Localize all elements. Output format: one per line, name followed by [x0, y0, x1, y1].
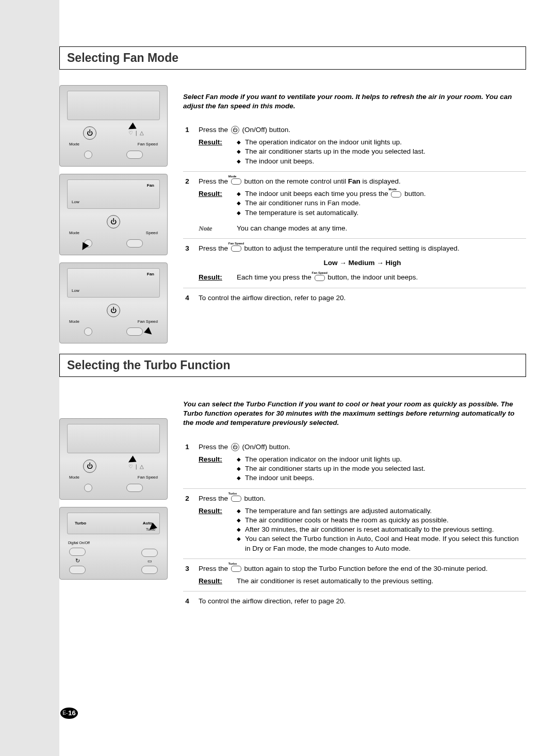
remote-illustration-5: TurboAuto Turbo Digital On/Off ↻ ▭ [59, 507, 168, 579]
screen-fan-label: Fan [147, 272, 154, 277]
mode-label: Mode [69, 231, 79, 236]
diamond-bullet-icon: ◆ [237, 455, 241, 464]
result-list: ◆The temperature and fan settings are ad… [237, 506, 526, 553]
mode-button [84, 484, 92, 492]
section-body-fan: ⏻♡ ❘ △ ModeFan Speed Fan Low ⏻ ModeSpeed… [59, 85, 526, 343]
instruction-column: Select Fan mode if you want to ventilate… [183, 85, 526, 343]
mode-button-icon: Mode [391, 191, 401, 198]
step-4: 4 To control the airflow direction, refe… [183, 288, 526, 308]
step-text: Press the ⏻ (On/Off) button. [199, 443, 290, 451]
step-text: Press the Turbo button. [199, 495, 266, 502]
result-list: ◆The operation indicator on the indoor u… [237, 138, 526, 166]
fanspeed-label: Fan Speed [138, 319, 158, 325]
step-number: 2 [183, 494, 191, 553]
result-list: ◆The operation indicator on the indoor u… [237, 455, 526, 483]
fanspeed-button [126, 151, 143, 159]
illustration-column: ⏻♡ ❘ △ ModeFan Speed TurboAuto Turbo Dig… [59, 392, 168, 611]
step-text: Press the Fan Speed button to adjust the… [199, 244, 460, 252]
power-icon: ⏻ [83, 126, 96, 140]
turbo-label: Turbo [75, 521, 86, 527]
page-sidebar [0, 0, 59, 756]
speed-label: Speed [146, 231, 158, 236]
step-3: 3 Press the Fan Speed button to adjust t… [183, 239, 526, 288]
result-text: Each time you press the Fan Speed button… [237, 273, 526, 282]
remote-screen [67, 424, 160, 453]
result-label: Result: [199, 506, 227, 553]
power-icon: ⏻ [107, 215, 120, 228]
diamond-bullet-icon: ◆ [237, 506, 241, 516]
step-3: 3 Press the Turbo button again to stop t… [183, 559, 526, 591]
power-icon: ⏻ [107, 304, 120, 317]
turbo-button-icon: Turbo [231, 496, 241, 502]
power-icon: ⏻ [231, 126, 239, 134]
step-number: 4 [183, 597, 191, 606]
step-2: 2 Press the Mode button on the remote co… [183, 172, 526, 239]
mode-button-icon: Mode [231, 178, 241, 185]
result-label: Result: [199, 189, 227, 218]
note-label: Note [199, 224, 227, 233]
mode-label: Mode [69, 475, 79, 481]
step-number: 1 [183, 125, 191, 166]
step-text: Press the Mode button on the remote cont… [199, 177, 401, 185]
remote-screen: Fan Low [67, 268, 160, 298]
section-intro: Select Fan mode if you want to ventilate… [183, 92, 526, 111]
remote-screen: TurboAuto Turbo [67, 513, 160, 534]
mode-label: Mode [69, 142, 79, 147]
diamond-bullet-icon: ◆ [237, 516, 241, 525]
screen-fan-label: Fan [147, 183, 154, 189]
diamond-bullet-icon: ◆ [237, 208, 241, 218]
remote-screen [67, 91, 160, 120]
page-number: E-16 [60, 708, 78, 719]
speed-button [126, 239, 143, 248]
result-text: The air conditioner is reset automatical… [237, 577, 526, 586]
section-header-fan-mode: Selecting Fan Mode [59, 46, 526, 70]
diamond-bullet-icon: ◆ [237, 525, 241, 534]
aux-button-2 [141, 566, 158, 574]
diamond-bullet-icon: ◆ [237, 464, 241, 473]
fanspeed-label: Fan Speed [138, 475, 158, 481]
aux-button-1 [141, 549, 158, 557]
step-2: 2 Press the Turbo button. Result: ◆The t… [183, 489, 526, 559]
section-body-turbo: ⏻♡ ❘ △ ModeFan Speed TurboAuto Turbo Dig… [59, 392, 526, 611]
section-title: Selecting Fan Mode [67, 50, 518, 66]
diamond-bullet-icon: ◆ [237, 473, 241, 483]
step-number: 2 [183, 177, 191, 233]
manual-page: Selecting Fan Mode ⏻♡ ❘ △ ModeFan Speed … [0, 0, 557, 756]
remote-illustration-1: ⏻♡ ❘ △ ModeFan Speed [59, 85, 168, 167]
step-number: 3 [183, 244, 191, 283]
power-icon: ⏻ [231, 443, 239, 451]
diamond-bullet-icon: ◆ [237, 534, 241, 544]
step-text: To control the airflow direction, refer … [199, 597, 346, 605]
fanspeed-button [126, 327, 143, 336]
instruction-column: You can select the Turbo Function if you… [183, 392, 526, 611]
fanspeed-button [126, 484, 143, 492]
remote-illustration-4: ⏻♡ ❘ △ ModeFan Speed [59, 418, 168, 500]
result-label: Result: [199, 138, 227, 166]
step-1: 1 Press the ⏻ (On/Off) button. Result: ◆… [183, 437, 526, 489]
mode-button [84, 327, 92, 336]
section-header-turbo: Selecting the Turbo Function [59, 354, 526, 377]
turbo-button-icon: Turbo [231, 566, 241, 572]
step-1: 1 Press the ⏻ (On/Off) button. Result: ◆… [183, 120, 526, 172]
fanspeed-button-icon: Fan Speed [315, 275, 325, 281]
result-label: Result: [199, 455, 227, 483]
section-title: Selecting the Turbo Function [67, 357, 518, 373]
result-list: ◆The indoor unit beeps each time you pre… [237, 189, 526, 218]
step-4: 4 To control the airflow direction, refe… [183, 591, 526, 611]
swirl-icon: ↻ [75, 557, 80, 565]
card-icon: ▭ [148, 558, 152, 564]
swirl-button [69, 566, 86, 574]
diamond-bullet-icon: ◆ [237, 138, 241, 147]
step-text: To control the airflow direction, refer … [199, 294, 346, 302]
diamond-bullet-icon: ◆ [237, 157, 241, 166]
remote-illustration-3: Fan Low ⏻ ModeFan Speed [59, 262, 168, 344]
screen-low-label: Low [72, 200, 79, 205]
diamond-bullet-icon: ◆ [237, 147, 241, 156]
diamond-bullet-icon: ◆ [237, 189, 241, 199]
illustration-column: ⏻♡ ❘ △ ModeFan Speed Fan Low ⏻ ModeSpeed… [59, 85, 168, 343]
step-text: Press the ⏻ (On/Off) button. [199, 126, 290, 134]
note-text: You can change modes at any time. [237, 224, 347, 233]
digital-button [69, 548, 86, 556]
step-number: 1 [183, 442, 191, 483]
fanspeed-button-icon: Fan Speed [231, 245, 241, 252]
